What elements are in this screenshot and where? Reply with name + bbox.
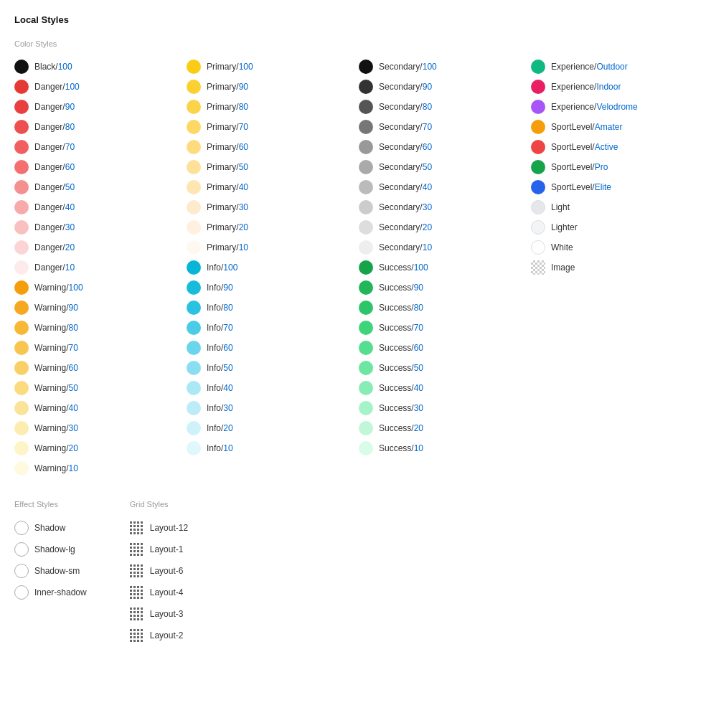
color-label: Info/100 — [207, 263, 237, 273]
color-swatch — [187, 200, 201, 214]
color-item: Secondary/10 — [359, 237, 531, 257]
color-item: Danger/80 — [14, 117, 187, 137]
color-item: Experience/Velodrome — [531, 97, 703, 117]
color-item: Image — [531, 257, 703, 278]
color-swatch — [359, 441, 373, 455]
color-swatch — [14, 260, 29, 275]
color-item: Light — [531, 197, 703, 217]
color-label: SportLevel/Amater — [551, 122, 622, 132]
color-item: Info/60 — [187, 338, 359, 358]
grid-item: Layout-1 — [130, 539, 188, 560]
color-label: Danger/70 — [34, 142, 75, 152]
effect-item: Shadow-sm — [14, 560, 87, 582]
color-item: Success/30 — [359, 398, 531, 418]
effect-section: Effect Styles ShadowShadow-lgShadow-smIn… — [14, 500, 87, 646]
color-label: Warning/70 — [34, 343, 78, 353]
color-swatch — [187, 401, 201, 415]
color-swatch — [187, 280, 201, 295]
grid-section: Grid Styles Layout-12Layout-1Layout-6Lay… — [130, 500, 188, 646]
color-label: Secondary/40 — [379, 182, 432, 192]
grid-label: Layout-1 — [150, 544, 184, 554]
color-label: Secondary/70 — [379, 122, 432, 132]
color-item: Info/90 — [187, 278, 359, 298]
color-label: Success/40 — [379, 383, 423, 393]
color-label: Experience/Outdoor — [551, 62, 628, 72]
color-item: Primary/60 — [187, 137, 359, 157]
color-swatch — [14, 240, 29, 255]
effect-item: Shadow-lg — [14, 539, 87, 560]
color-label: SportLevel/Elite — [551, 182, 611, 192]
color-swatch — [187, 441, 201, 455]
color-label: Primary/100 — [207, 62, 253, 72]
color-item: Info/70 — [187, 318, 359, 338]
color-item: Warning/90 — [14, 298, 187, 318]
grid-item: Layout-12 — [130, 517, 188, 539]
grid-label: Layout-4 — [150, 587, 184, 597]
color-grid: Black/100Primary/100Secondary/100Experie… — [14, 57, 692, 478]
color-label: Primary/10 — [207, 242, 248, 252]
color-item: Primary/20 — [187, 217, 359, 237]
color-swatch — [14, 140, 29, 154]
color-label: Secondary/90 — [379, 82, 432, 92]
grid-label: Layout-6 — [150, 566, 184, 576]
color-swatch — [187, 180, 201, 194]
color-item: SportLevel/Active — [531, 137, 703, 157]
color-label: Primary/70 — [207, 122, 248, 132]
color-swatch — [14, 381, 29, 395]
color-swatch — [359, 220, 373, 235]
color-label: Danger/80 — [34, 122, 75, 132]
color-swatch — [359, 421, 373, 435]
color-item: Danger/50 — [14, 177, 187, 197]
color-label: Light — [551, 202, 570, 212]
panel-title: Local Styles — [14, 14, 692, 25]
bottom-section: Effect Styles ShadowShadow-lgShadow-smIn… — [14, 500, 692, 646]
color-item: Info/50 — [187, 358, 359, 378]
color-swatch — [14, 60, 29, 74]
color-swatch — [14, 421, 29, 435]
color-swatch — [531, 220, 545, 235]
color-item: Danger/20 — [14, 237, 187, 257]
color-label: Info/30 — [207, 403, 233, 413]
color-item: Warning/10 — [14, 458, 187, 478]
color-label: Danger/30 — [34, 222, 75, 232]
color-label: SportLevel/Active — [551, 142, 618, 152]
color-item: Secondary/90 — [359, 77, 531, 97]
color-item: Success/10 — [359, 438, 531, 458]
color-swatch — [14, 220, 29, 235]
grid-icon — [130, 585, 144, 600]
color-item: Primary/10 — [187, 237, 359, 257]
color-label: Experience/Indoor — [551, 82, 621, 92]
color-item: Warning/30 — [14, 418, 187, 438]
checkerboard-swatch — [531, 260, 545, 275]
color-swatch — [14, 341, 29, 355]
color-swatch — [14, 120, 29, 134]
color-item: Success/70 — [359, 318, 531, 338]
color-swatch — [14, 200, 29, 214]
color-swatch — [359, 341, 373, 355]
color-label: Secondary/30 — [379, 202, 432, 212]
color-swatch — [187, 381, 201, 395]
color-label: Success/80 — [379, 303, 423, 313]
color-label: Image — [551, 263, 575, 273]
color-label: Danger/100 — [34, 82, 80, 92]
color-swatch — [187, 361, 201, 375]
color-item: Info/20 — [187, 418, 359, 438]
color-styles-label: Color Styles — [14, 39, 692, 48]
color-swatch — [14, 180, 29, 194]
color-item: Danger/70 — [14, 137, 187, 157]
color-swatch — [187, 100, 201, 114]
grid-icon — [130, 607, 144, 621]
color-label: Info/70 — [207, 323, 233, 333]
local-styles-panel: Local Styles Color Styles Black/100Prima… — [14, 14, 692, 646]
color-swatch — [531, 200, 545, 214]
color-label: Secondary/100 — [379, 62, 437, 72]
color-swatch — [359, 100, 373, 114]
color-swatch — [359, 140, 373, 154]
color-item: Secondary/50 — [359, 157, 531, 177]
color-swatch — [531, 180, 545, 194]
color-label: Success/20 — [379, 423, 423, 433]
color-item: Danger/60 — [14, 157, 187, 177]
color-label: Success/60 — [379, 343, 423, 353]
color-item: Danger/10 — [14, 257, 187, 278]
color-label: Success/50 — [379, 363, 423, 373]
